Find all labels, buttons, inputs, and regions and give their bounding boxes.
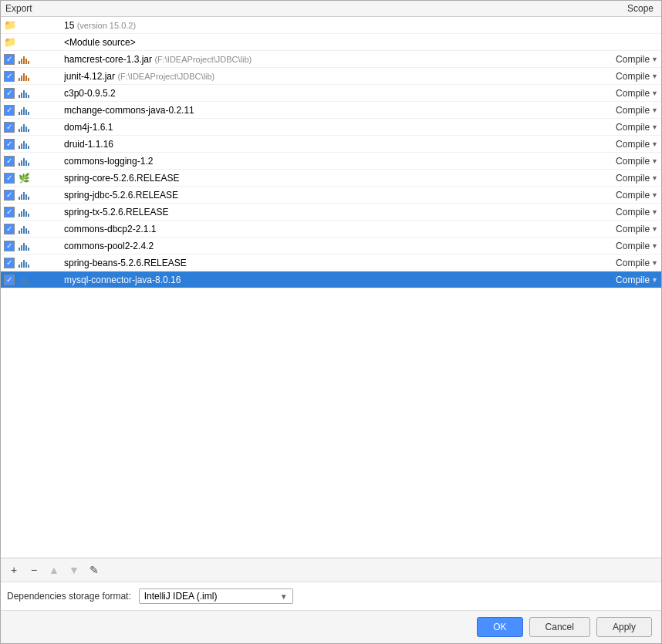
table-row[interactable]: ✓ druid-1.1.16Compile▼: [1, 136, 661, 153]
chevron-down-icon: ▼: [651, 174, 658, 182]
cell-export: 📁: [1, 36, 62, 49]
header-name: [67, 3, 572, 14]
chevron-down-icon: ▼: [651, 140, 658, 148]
chevron-down-icon: ▼: [651, 191, 658, 199]
cell-export: ✓: [1, 155, 62, 167]
checkbox[interactable]: ✓: [4, 54, 15, 65]
checkbox[interactable]: ✓: [4, 71, 15, 82]
item-name: spring-jdbc-5.2.6.RELEASE: [64, 190, 178, 201]
checkbox[interactable]: ✓: [4, 173, 15, 184]
chevron-down-icon: ▼: [651, 276, 658, 284]
library-icon: [18, 257, 30, 269]
cell-name: dom4j-1.6.1: [62, 122, 576, 133]
item-name: druid-1.1.16: [64, 139, 113, 150]
scope-dropdown[interactable]: Compile▼: [616, 241, 658, 251]
add-button[interactable]: +: [5, 561, 22, 578]
chevron-down-icon: ▼: [651, 72, 658, 80]
checkbox[interactable]: ✓: [4, 105, 15, 116]
checkbox[interactable]: ✓: [4, 275, 15, 285]
checkbox[interactable]: ✓: [4, 190, 15, 201]
table-row[interactable]: 📁<Module source>: [1, 34, 661, 51]
checkbox[interactable]: ✓: [4, 224, 15, 234]
remove-button[interactable]: −: [25, 561, 42, 578]
scope-dropdown[interactable]: Compile▼: [616, 224, 658, 234]
table-row[interactable]: ✓ mysql-connector-java-8.0.16Compile▼: [1, 271, 661, 288]
dependencies-table: 📁15 (version 15.0.2)📁<Module source>✓ ha…: [1, 17, 661, 558]
item-name: spring-core-5.2.6.RELEASE: [64, 173, 179, 184]
checkbox[interactable]: ✓: [4, 88, 15, 99]
apply-button[interactable]: Apply: [596, 617, 652, 637]
table-row[interactable]: ✓ junit-4.12.jar (F:\IDEAProject\JDBC\li…: [1, 68, 661, 85]
cell-name: c3p0-0.9.5.2: [62, 88, 576, 99]
cell-export: ✓: [1, 189, 62, 201]
scope-dropdown[interactable]: Compile▼: [616, 190, 658, 201]
table-row[interactable]: ✓ mchange-commons-java-0.2.11Compile▼: [1, 102, 661, 119]
item-name: commons-logging-1.2: [64, 156, 153, 167]
scope-dropdown[interactable]: Compile▼: [616, 156, 658, 167]
cell-name: 15 (version 15.0.2): [62, 20, 576, 31]
library-icon: [18, 138, 30, 150]
cell-scope: Compile▼: [576, 122, 661, 133]
checkbox[interactable]: ✓: [4, 139, 15, 150]
cell-scope: Compile▼: [576, 207, 661, 217]
scope-dropdown[interactable]: Compile▼: [616, 207, 658, 217]
edit-button[interactable]: ✎: [86, 561, 103, 578]
library-icon: [18, 121, 30, 133]
item-name: 15 (version 15.0.2): [64, 20, 136, 31]
table-row[interactable]: ✓ dom4j-1.6.1Compile▼: [1, 119, 661, 136]
checkbox[interactable]: ✓: [4, 156, 15, 167]
scope-dropdown[interactable]: Compile▼: [616, 105, 658, 116]
scope-dropdown[interactable]: Compile▼: [616, 71, 658, 82]
move-up-button[interactable]: ▲: [46, 561, 62, 578]
checkbox[interactable]: ✓: [4, 258, 15, 268]
item-name: dom4j-1.6.1: [64, 122, 113, 133]
move-down-button[interactable]: ▼: [66, 561, 83, 578]
table-row[interactable]: 📁15 (version 15.0.2): [1, 17, 661, 34]
table-row[interactable]: ✓ spring-jdbc-5.2.6.RELEASECompile▼: [1, 187, 661, 204]
cell-export: ✓: [1, 223, 62, 235]
cell-scope: Compile▼: [576, 190, 661, 201]
storage-format-select[interactable]: IntelliJ IDEA (.iml) ▼: [139, 588, 293, 604]
item-name: hamcrest-core-1.3.jar (F:\IDEAProject\JD…: [64, 54, 252, 65]
cell-export: ✓: [1, 206, 62, 218]
chevron-down-icon: ▼: [651, 56, 658, 63]
table-row[interactable]: ✓ commons-pool2-2.4.2Compile▼: [1, 238, 661, 255]
scope-value: Compile: [616, 258, 650, 268]
item-name: commons-dbcp2-2.1.1: [64, 224, 156, 234]
folder-icon: 📁: [4, 19, 16, 32]
scope-dropdown[interactable]: Compile▼: [616, 258, 658, 268]
checkbox[interactable]: ✓: [4, 122, 15, 133]
scope-dropdown[interactable]: Compile▼: [616, 88, 658, 99]
scope-dropdown[interactable]: Compile▼: [616, 275, 658, 285]
scope-dropdown[interactable]: Compile▼: [616, 122, 658, 133]
table-row[interactable]: ✓ hamcrest-core-1.3.jar (F:\IDEAProject\…: [1, 51, 661, 68]
item-name: <Module source>: [64, 37, 136, 48]
cell-scope: Compile▼: [576, 275, 661, 285]
scope-value: Compile: [616, 275, 650, 285]
table-row[interactable]: ✓ commons-dbcp2-2.1.1Compile▼: [1, 221, 661, 238]
table-row[interactable]: ✓ spring-tx-5.2.6.RELEASECompile▼: [1, 204, 661, 221]
cancel-button[interactable]: Cancel: [529, 617, 590, 637]
checkbox[interactable]: ✓: [4, 241, 15, 251]
table-row[interactable]: ✓🌿spring-core-5.2.6.RELEASECompile▼: [1, 170, 661, 187]
library-icon: [18, 206, 30, 218]
table-row[interactable]: ✓ commons-logging-1.2Compile▼: [1, 153, 661, 170]
library-icon: [18, 104, 30, 116]
scope-value: Compile: [616, 122, 650, 133]
scope-dropdown[interactable]: Compile▼: [616, 139, 658, 150]
library-icon: [18, 189, 30, 201]
table-row[interactable]: ✓ c3p0-0.9.5.2Compile▼: [1, 85, 661, 102]
scope-dropdown[interactable]: Compile▼: [616, 54, 658, 65]
ok-button[interactable]: OK: [477, 617, 522, 637]
table-row[interactable]: ✓ spring-beans-5.2.6.RELEASECompile▼: [1, 255, 661, 271]
scope-value: Compile: [616, 190, 650, 201]
cell-scope: Compile▼: [576, 71, 661, 82]
chevron-down-icon: ▼: [280, 592, 288, 601]
item-name: mchange-commons-java-0.2.11: [64, 105, 194, 116]
cell-scope: Compile▼: [576, 54, 661, 65]
chevron-down-icon: ▼: [651, 89, 658, 97]
scope-dropdown[interactable]: Compile▼: [616, 173, 658, 184]
cell-scope: Compile▼: [576, 88, 661, 99]
scope-value: Compile: [616, 173, 650, 184]
checkbox[interactable]: ✓: [4, 207, 15, 217]
